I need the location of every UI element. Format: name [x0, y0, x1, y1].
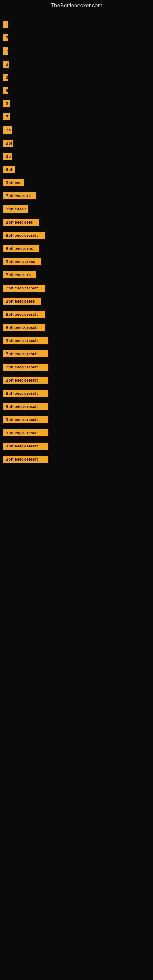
bottleneck-result-label: Bottleneck re — [3, 271, 36, 278]
bottleneck-result-label: Bo — [3, 126, 12, 134]
bottleneck-result-label: Bottleneck result — [3, 442, 48, 450]
bottleneck-result-label: Bottleneck result — [3, 403, 48, 410]
list-item: B — [0, 84, 153, 97]
bottleneck-result-label: B — [3, 60, 9, 68]
bottleneck-result-label: B — [3, 74, 8, 81]
bottleneck-result-label: Bot — [3, 140, 13, 147]
bottleneck-result-label: Bottleneck result — [3, 285, 45, 291]
site-title: TheBottlenecker.com — [0, 0, 153, 12]
list-item: Bottleneck re — [0, 268, 153, 282]
list-item: Bottleneck — [0, 202, 153, 216]
items-container: |BBBBBBBBoBotBoBottBottleneBottleneck re… — [0, 12, 153, 466]
bottleneck-result-label: Bottleneck result — [3, 324, 45, 331]
bottleneck-result-label: | — [3, 21, 8, 28]
bottleneck-result-label: Bottleneck re — [3, 192, 36, 199]
list-item: Bottleneck result — [0, 413, 153, 426]
bottleneck-result-label: Bottlene — [3, 179, 24, 186]
bottleneck-result-label: Bo — [3, 153, 12, 160]
list-item: Bottleneck result — [0, 282, 153, 294]
list-item: B — [0, 45, 153, 57]
bottleneck-result-label: Bottleneck result — [3, 232, 45, 239]
list-item: Bo — [0, 123, 153, 137]
bottleneck-result-label: Bottleneck result — [3, 430, 48, 436]
list-item: Bottleneck result — [0, 426, 153, 439]
list-item: Bottleneck resu — [0, 294, 153, 308]
list-item: Bottleneck result — [0, 400, 153, 413]
list-item: Bot — [0, 137, 153, 150]
list-item: Bott — [0, 163, 153, 176]
list-item: B — [0, 110, 153, 123]
bottleneck-result-label: Bott — [3, 166, 15, 173]
bottleneck-result-label: Bottleneck result — [3, 311, 45, 318]
list-item: B — [0, 71, 153, 84]
list-item: Bottleneck result — [0, 308, 153, 321]
bottleneck-result-label: Bottleneck result — [3, 337, 48, 344]
bottleneck-result-label: Bottleneck resu — [3, 298, 41, 305]
bottleneck-result-label: Bottleneck — [3, 205, 28, 213]
list-item: Bottleneck result — [0, 453, 153, 466]
list-item: Bottlene — [0, 176, 153, 189]
list-item: Bottleneck result — [0, 374, 153, 387]
bottleneck-result-label: B — [3, 87, 8, 94]
list-item: Bottleneck res — [0, 242, 153, 255]
list-item: B — [0, 31, 153, 45]
list-item: Bottleneck res — [0, 216, 153, 229]
bottleneck-result-label: B — [3, 100, 10, 107]
list-item: Bottleneck result — [0, 439, 153, 453]
list-item: Bo — [0, 150, 153, 163]
bottleneck-result-label: B — [3, 34, 8, 41]
bottleneck-result-label: Bottleneck result — [3, 416, 48, 423]
list-item: Bottleneck resu — [0, 255, 153, 268]
list-item: Bottleneck result — [0, 334, 153, 347]
list-item: Bottleneck result — [0, 360, 153, 374]
bottleneck-result-label: B — [3, 48, 8, 54]
bottleneck-result-label: Bottleneck res — [3, 219, 39, 226]
list-item: B — [0, 57, 153, 71]
list-item: Bottleneck result — [0, 347, 153, 360]
list-item: Bottleneck result — [0, 321, 153, 334]
bottleneck-result-label: B — [3, 113, 10, 120]
list-item: | — [0, 18, 153, 31]
list-item: Bottleneck re — [0, 189, 153, 202]
bottleneck-result-label: Bottleneck res — [3, 245, 39, 252]
bottleneck-result-label: Bottleneck resu — [3, 258, 41, 265]
bottleneck-result-label: Bottleneck result — [3, 364, 48, 371]
bottleneck-result-label: Bottleneck result — [3, 377, 48, 384]
bottleneck-result-label: Bottleneck result — [3, 350, 48, 357]
bottleneck-result-label: Bottleneck result — [3, 390, 48, 397]
list-item: B — [0, 97, 153, 110]
list-item: Bottleneck result — [0, 387, 153, 400]
list-item: Bottleneck result — [0, 229, 153, 242]
bottleneck-result-label: Bottleneck result — [3, 456, 48, 463]
